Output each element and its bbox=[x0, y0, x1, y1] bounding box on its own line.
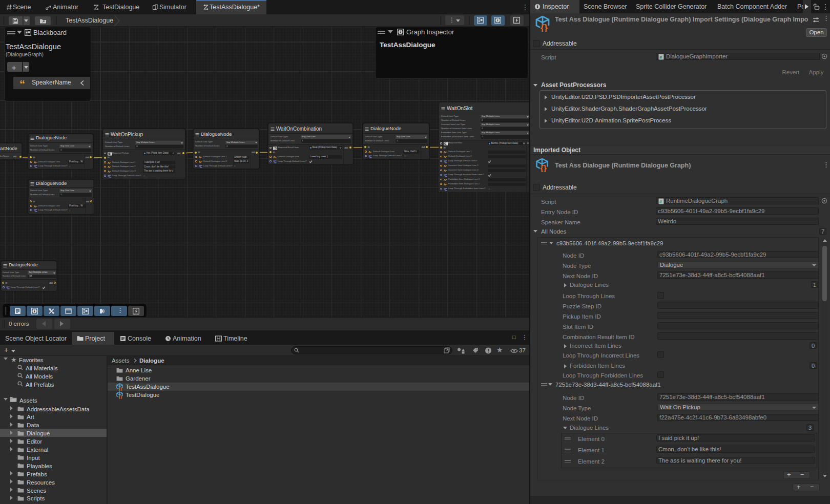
svg-text:#: # bbox=[659, 199, 662, 204]
svg-text:{}: {} bbox=[119, 394, 122, 399]
svg-text:{}: {} bbox=[541, 164, 547, 172]
svg-text:#: # bbox=[659, 54, 662, 59]
svg-text:{}: {} bbox=[119, 386, 122, 391]
svg-text:{}: {} bbox=[541, 23, 548, 32]
